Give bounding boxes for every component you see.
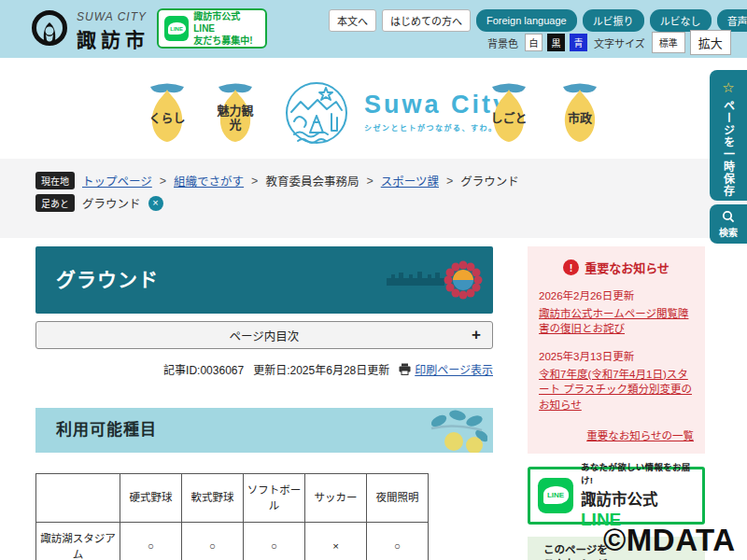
site-title-ja: 諏訪市 (77, 24, 149, 52)
breadcrumb-item-ground: グラウンド (460, 172, 519, 189)
breadcrumb-zone: 現在地 トップページ > 組織でさがす > 教育委員会事務局 > スポーツ課 >… (0, 159, 747, 238)
search-button[interactable]: 検索 (710, 204, 747, 244)
nav-item-miryoku-kanko[interactable]: 魅力観光 (208, 80, 262, 149)
line-banner-text: 諏訪市公式LINE 友だち募集中! (193, 10, 260, 47)
sunset-flower-icon (387, 258, 484, 306)
main-navigation: くらし 魅力観光 Suwa City シゼンとヒト (0, 58, 747, 159)
notice-date: 2026年2月26日更新 (539, 288, 694, 304)
bg-white-button[interactable]: 白 (525, 34, 543, 51)
suwa-city-webpage: SUWA CITY 諏訪市 LINE 諏訪市公式LINE 友だち募集中! 本文へ… (0, 0, 747, 560)
article-id: 記事ID:0036067 (163, 361, 244, 377)
col-hardball: 硬式野球 (120, 474, 182, 523)
line-icon: LINE (538, 478, 573, 513)
star-icon: ☆ (722, 79, 734, 96)
important-notice-box: ! 重要なお知らせ 2026年2月26日更新 諏訪市公式ホームページ閲覧障害の復… (528, 246, 705, 454)
mdata-watermark: ©MDATA (603, 523, 736, 558)
breadcrumb-link-top[interactable]: トップページ (82, 172, 152, 189)
breadcrumb-item-kyoiku: 教育委員会事務局 (265, 172, 359, 189)
foreign-language-button[interactable]: Foreign language (476, 9, 577, 32)
to-content-button[interactable]: 本文へ (329, 9, 376, 32)
notice-link[interactable]: 諏訪市公式ホームページ閲覧障害の復旧とお詫び (539, 306, 694, 337)
article-meta: 記事ID:0036067 更新日:2025年6月28日更新 印刷ページ表示 (35, 361, 493, 377)
facility-sports-table: 硬式野球 軟式野球 ソフトボール サッカー 夜間照明 諏訪湖スタジアム ○ ○ … (35, 473, 429, 560)
col-softball-baseball: 軟式野球 (182, 474, 244, 523)
col-night-lighting: 夜間照明 (367, 474, 429, 523)
leaves-fruit-icon (426, 410, 487, 453)
first-time-button[interactable]: はじめての方へ (382, 9, 471, 32)
line-icon: LINE (164, 16, 189, 41)
page-toc-accordion[interactable]: ページ内目次 + (35, 321, 493, 349)
bg-black-button[interactable]: 黒 (547, 34, 565, 51)
footprint-badge: 足あと (35, 194, 75, 212)
table-row: 諏訪湖スタジアム ○ ○ ○ × ○ (36, 523, 429, 560)
breadcrumb-link-org[interactable]: 組織でさがす (174, 172, 244, 189)
nav-item-shigoto[interactable]: しごと (482, 80, 536, 149)
suwa-city-logo-mark[interactable] (283, 78, 350, 151)
close-icon[interactable]: × (148, 196, 163, 211)
header: SUWA CITY 諏訪市 LINE 諏訪市公式LINE 友だち募集中! 本文へ… (0, 0, 747, 58)
line-recruit-banner[interactable]: LINE 諏訪市公式LINE 友だち募集中! (157, 8, 267, 49)
alert-icon: ! (563, 259, 579, 275)
ruby-on-button[interactable]: ルビ振り (583, 9, 644, 32)
bg-blue-button[interactable]: 青 (570, 34, 587, 51)
table-header-row: 硬式野球 軟式野球 ソフトボール サッカー 夜間照明 (36, 474, 429, 523)
official-line-banner[interactable]: LINE あなたが欲しい情報をお届け! 諏訪市公式LINE (528, 467, 705, 525)
sidebar: ! 重要なお知らせ 2026年2月26日更新 諏訪市公式ホームページ閲覧障害の復… (528, 246, 705, 560)
breadcrumb-link-sports[interactable]: スポーツ課 (381, 172, 439, 189)
city-emblem-icon[interactable] (31, 9, 68, 50)
font-standard-button[interactable]: 標準 (652, 32, 685, 53)
print-page-link[interactable]: 印刷ページ表示 (399, 361, 493, 377)
notice-item: 2025年3月13日更新 令和7年度(令和7年4月1日)スタート プラスチック類… (539, 349, 694, 413)
expand-icon: + (472, 326, 481, 344)
line-catchphrase: あなたが欲しい情報をお届け! (581, 460, 695, 486)
printer-icon (399, 363, 411, 375)
current-location-badge: 現在地 (35, 172, 75, 189)
text-to-speech-button[interactable]: 音声読み上げ (717, 9, 747, 32)
notice-date: 2025年3月13日更新 (539, 349, 694, 365)
save-page-button[interactable]: ☆ ページを一時保存 (710, 70, 747, 201)
breadcrumb: 現在地 トップページ > 組織でさがす > 教育委員会事務局 > スポーツ課 >… (35, 172, 519, 189)
notice-title: 重要なお知らせ (585, 259, 669, 276)
font-size-label: 文字サイズ (594, 35, 645, 50)
notice-item: 2026年2月26日更新 諏訪市公式ホームページ閲覧障害の復旧とお詫び (539, 288, 694, 337)
page-title-banner: グラウンド (35, 246, 493, 314)
notice-list-link[interactable]: 重要なお知らせの一覧 (586, 430, 694, 441)
section-header: 利用可能種目 (35, 408, 493, 453)
col-softball: ソフトボール (244, 474, 305, 523)
facility-name: 諏訪湖スタジアム (36, 523, 120, 560)
footprint-item: グラウンド (82, 194, 141, 212)
font-enlarge-button[interactable]: 拡大 (690, 30, 731, 55)
site-title[interactable]: SUWA CITY 諏訪市 (77, 10, 149, 52)
background-color-label: 背景色 (487, 35, 518, 50)
footprint-row: 足あと グラウンド × (35, 194, 163, 212)
display-options-row: 背景色 白 黒 青 文字サイズ 標準 拡大 (486, 30, 731, 55)
ruby-off-button[interactable]: ルビなし (650, 9, 712, 32)
quick-access-row: 本文へ はじめての方へ Foreign language ルビ振り ルビなし 音… (329, 9, 747, 32)
search-icon (722, 210, 735, 223)
col-soccer: サッカー (305, 474, 367, 523)
section-title: 利用可能種目 (35, 408, 493, 453)
site-title-en: SUWA CITY (77, 10, 149, 23)
nav-item-shisei[interactable]: 市政 (553, 80, 607, 149)
updated-date: 更新日:2025年6月28日更新 (253, 361, 389, 377)
main-content: グラウンド (35, 246, 493, 560)
notice-link[interactable]: 令和7年度(令和7年4月1日)スタート プラスチック類分別変更のお知らせ (539, 367, 694, 413)
nav-item-kurashi[interactable]: くらし (140, 80, 194, 149)
